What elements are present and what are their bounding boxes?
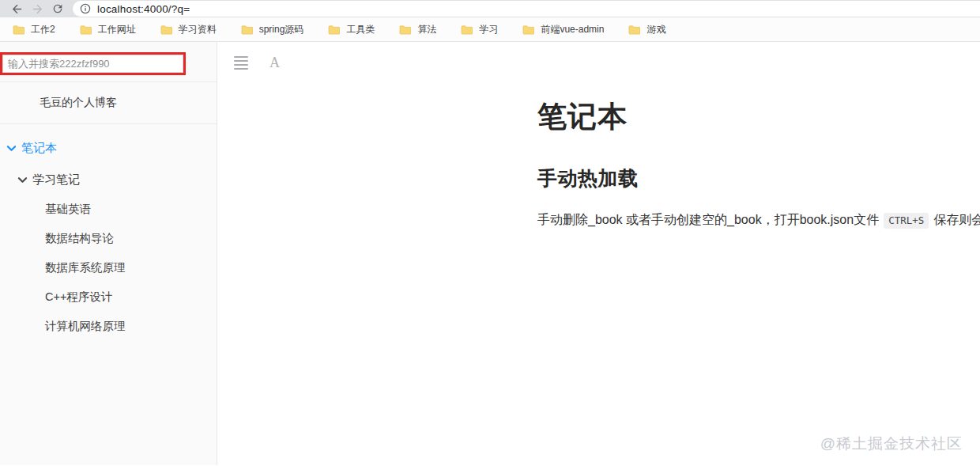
bookmark-folder[interactable]: 前端vue-admin: [522, 23, 604, 36]
bookmark-folder[interactable]: spring源码: [241, 23, 304, 36]
refresh-icon[interactable]: [47, 1, 68, 17]
browser-toolbar: localhost:4000/?q=: [0, 0, 980, 17]
toggle-sidebar-icon[interactable]: [234, 56, 248, 70]
bookmark-folder[interactable]: 学习资料: [160, 23, 217, 36]
folder-icon: [399, 25, 411, 35]
folder-icon: [241, 25, 253, 35]
page-body: 笔记本 手动热加载 手动删除_book 或者手动创建空的_book，打开book…: [217, 42, 980, 229]
sidebar-item-cpp-programming[interactable]: C++程序设计: [0, 282, 217, 312]
search-input[interactable]: [2, 55, 183, 73]
bookmarks-bar: 工作2 工作网址 学习资料 spring源码 工具类 算法 学习 前端vue-a…: [0, 17, 980, 42]
site-title[interactable]: 毛豆的个人博客: [40, 96, 117, 110]
paragraph-text-after: 保存则会加载: [933, 213, 980, 226]
bookmark-folder[interactable]: 学习: [461, 23, 498, 36]
sidebar-item-study-notes[interactable]: 学习笔记: [0, 172, 217, 188]
forward-icon[interactable]: [27, 1, 47, 17]
sidebar-item-database-principles[interactable]: 数据库系统原理: [0, 253, 217, 282]
paragraph: 手动删除_book 或者手动创建空的_book，打开book.json文件CTR…: [537, 212, 980, 229]
sidebar-nav: 笔记本 学习笔记 基础英语 数据结构导论 数据库系统原理 C++程序设计 计算机…: [0, 124, 217, 341]
bookmark-folder[interactable]: 算法: [399, 23, 436, 36]
sidebar-item-basic-english[interactable]: 基础英语: [0, 195, 217, 224]
site-title-zone: 毛豆的个人博客: [0, 82, 217, 124]
bookmark-folder[interactable]: 游戏: [628, 23, 665, 36]
bookmark-folder[interactable]: 工作网址: [80, 23, 136, 36]
sidebar-item-data-structures[interactable]: 数据结构导论: [0, 224, 217, 253]
paragraph-text-before: 手动删除_book 或者手动创建空的_book，打开book.json文件: [537, 213, 879, 226]
sidebar: 毛豆的个人博客 笔记本 学习笔记 基础英语 数据结构导论 数据库系统原理 C++…: [0, 42, 217, 465]
page-info-icon[interactable]: [80, 3, 91, 14]
sidebar-search-zone: [0, 42, 217, 82]
kbd-ctrl-s: CTRL+S: [884, 213, 929, 229]
main-content: A 笔记本 手动热加载 手动删除_book 或者手动创建空的_book，打开bo…: [217, 42, 980, 465]
watermark: @稀土掘金技术社区: [820, 434, 963, 454]
font-settings-icon[interactable]: A: [270, 55, 280, 70]
reader-toolbar: A: [234, 55, 280, 70]
chevron-down-icon: [6, 144, 17, 153]
folder-icon: [328, 25, 340, 35]
sidebar-item-notebook[interactable]: 笔记本: [0, 141, 217, 156]
url-text[interactable]: localhost:4000/?q=: [97, 3, 190, 15]
folder-icon: [160, 25, 172, 35]
bookmark-folder[interactable]: 工具类: [328, 23, 375, 36]
search-highlight-box: [0, 52, 186, 75]
folder-icon: [522, 25, 534, 35]
page-title: 笔记本: [537, 97, 980, 137]
address-bar[interactable]: localhost:4000/?q=: [73, 1, 980, 17]
folder-icon: [461, 25, 473, 35]
bookmark-folder[interactable]: 工作2: [13, 23, 55, 36]
back-icon[interactable]: [6, 1, 27, 17]
sidebar-leaf-list: 基础英语 数据结构导论 数据库系统原理 C++程序设计 计算机网络原理: [0, 195, 217, 341]
folder-icon: [628, 25, 640, 35]
section-heading: 手动热加载: [537, 165, 980, 191]
folder-icon: [80, 25, 92, 35]
sidebar-item-computer-networks[interactable]: 计算机网络原理: [0, 312, 217, 341]
folder-icon: [13, 25, 24, 35]
chevron-down-icon: [17, 176, 28, 184]
